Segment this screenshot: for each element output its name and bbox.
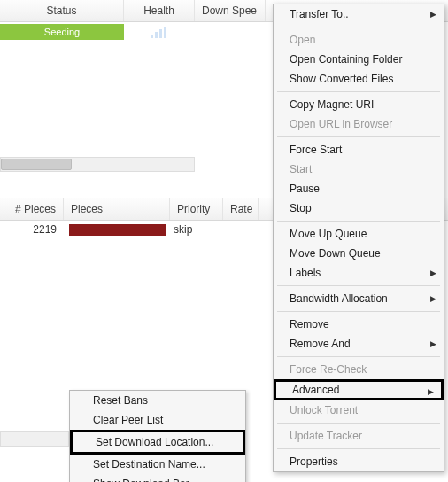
menu-stop[interactable]: Stop bbox=[274, 198, 444, 218]
menu-transfer-to-label: Transfer To.. bbox=[290, 8, 349, 20]
health-bars-icon bbox=[151, 26, 166, 38]
status-badge: Seeding bbox=[0, 24, 124, 40]
scrollbar-thumb[interactable] bbox=[1, 159, 72, 170]
col-health[interactable]: Health bbox=[124, 0, 195, 21]
menu-properties[interactable]: Properties bbox=[274, 452, 444, 471]
col-pieces[interactable]: Pieces bbox=[64, 198, 170, 220]
menu-remove-and[interactable]: Remove And ▶ bbox=[274, 334, 444, 354]
menu-pause[interactable]: Pause bbox=[274, 179, 444, 198]
col-priority[interactable]: Priority bbox=[170, 198, 223, 220]
menu-advanced-label: Advanced bbox=[292, 384, 339, 396]
menu-force-recheck[interactable]: Force Re-Check bbox=[274, 360, 444, 379]
menu-bandwidth-allocation-label: Bandwidth Allocation bbox=[290, 292, 388, 305]
col-status[interactable]: Status bbox=[0, 0, 124, 21]
menu-set-download-location[interactable]: Set Download Location... bbox=[70, 430, 245, 455]
context-menu: Transfer To.. ▶ Open Open Containing Fol… bbox=[273, 4, 444, 472]
menu-move-down-queue[interactable]: Move Down Queue bbox=[274, 244, 444, 263]
submenu-arrow-icon: ▶ bbox=[430, 339, 436, 348]
menu-bandwidth-allocation[interactable]: Bandwidth Allocation ▶ bbox=[274, 289, 444, 308]
menu-open-url-in-browser[interactable]: Open URL in Browser bbox=[274, 114, 444, 134]
menu-force-start[interactable]: Force Start bbox=[274, 140, 444, 159]
piece-progress-bar bbox=[69, 224, 166, 236]
menu-remove-and-label: Remove And bbox=[290, 338, 351, 350]
menu-unlock-torrent[interactable]: Unlock Torrent bbox=[274, 400, 444, 420]
menu-clear-peer-list[interactable]: Clear Peer List bbox=[70, 410, 245, 430]
menu-start[interactable]: Start bbox=[274, 159, 444, 179]
menu-separator bbox=[277, 311, 440, 312]
menu-labels[interactable]: Labels ▶ bbox=[274, 263, 444, 283]
menu-advanced[interactable]: Advanced ▶ bbox=[274, 379, 444, 400]
menu-transfer-to[interactable]: Transfer To.. ▶ bbox=[274, 4, 444, 24]
submenu-arrow-icon: ▶ bbox=[430, 294, 436, 303]
menu-move-up-queue[interactable]: Move Up Queue bbox=[274, 224, 444, 244]
file-pieces-count: 2219 bbox=[0, 223, 64, 236]
menu-open[interactable]: Open bbox=[274, 30, 444, 50]
menu-separator bbox=[277, 27, 440, 27]
submenu-arrow-icon: ▶ bbox=[430, 10, 436, 19]
menu-open-containing-folder[interactable]: Open Containing Folder bbox=[274, 50, 444, 69]
menu-set-destination-name[interactable]: Set Destination Name... bbox=[70, 455, 245, 474]
horizontal-scrollbar[interactable] bbox=[0, 157, 195, 172]
file-priority: skip bbox=[170, 223, 223, 236]
menu-update-tracker[interactable]: Update Tracker bbox=[274, 426, 444, 446]
menu-remove[interactable]: Remove bbox=[274, 315, 444, 334]
submenu-arrow-icon: ▶ bbox=[430, 268, 436, 277]
horizontal-scrollbar-2[interactable] bbox=[0, 431, 69, 447]
submenu-arrow-icon: ▶ bbox=[428, 387, 434, 396]
menu-copy-magnet-uri[interactable]: Copy Magnet URI bbox=[274, 95, 444, 114]
menu-separator bbox=[277, 448, 440, 449]
col-downspeed[interactable]: Down Spee bbox=[195, 0, 266, 21]
menu-separator bbox=[277, 423, 440, 424]
menu-labels-label: Labels bbox=[290, 267, 321, 279]
menu-reset-bans[interactable]: Reset Bans bbox=[70, 391, 245, 410]
menu-show-download-bar[interactable]: Show Download Bar bbox=[70, 474, 245, 482]
col-rate[interactable]: Rate bbox=[223, 198, 259, 220]
menu-separator bbox=[277, 285, 440, 286]
menu-show-converted-files[interactable]: Show Converted Files bbox=[274, 69, 444, 89]
menu-separator bbox=[277, 356, 440, 357]
menu-separator bbox=[277, 136, 440, 137]
advanced-submenu: Reset Bans Clear Peer List Set Download … bbox=[69, 390, 246, 482]
menu-separator bbox=[277, 221, 440, 222]
menu-separator bbox=[277, 91, 440, 92]
col-pieces-count[interactable]: # Pieces bbox=[0, 198, 64, 220]
